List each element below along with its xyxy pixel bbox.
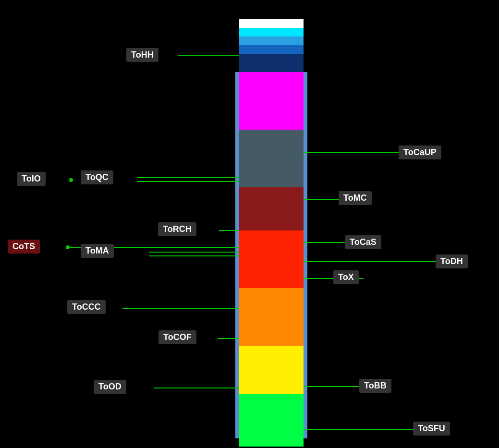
label-toio: ToIO xyxy=(17,172,46,186)
label-toqc: ToQC xyxy=(81,170,113,184)
label-tood: ToOD xyxy=(94,380,126,394)
label-torch: ToRCH xyxy=(158,222,196,236)
label-tosfu: ToSFU xyxy=(413,422,450,436)
label-tocaup: ToCaUP xyxy=(399,145,441,159)
label-tocof: ToCOF xyxy=(158,330,196,344)
label-tocas: ToCaS xyxy=(345,235,381,249)
label-tohh: ToHH xyxy=(126,48,158,62)
label-tomc: ToMC xyxy=(339,191,372,205)
svg-point-6 xyxy=(66,245,70,249)
label-tobb: ToBB xyxy=(359,379,391,393)
label-tox: ToX xyxy=(333,270,359,284)
label-todh: ToDH xyxy=(436,254,468,268)
label-toma: ToMA xyxy=(81,244,114,258)
label-cots: CoTS xyxy=(8,240,40,254)
label-toccc: ToCCC xyxy=(67,300,106,314)
svg-point-4 xyxy=(69,178,73,182)
